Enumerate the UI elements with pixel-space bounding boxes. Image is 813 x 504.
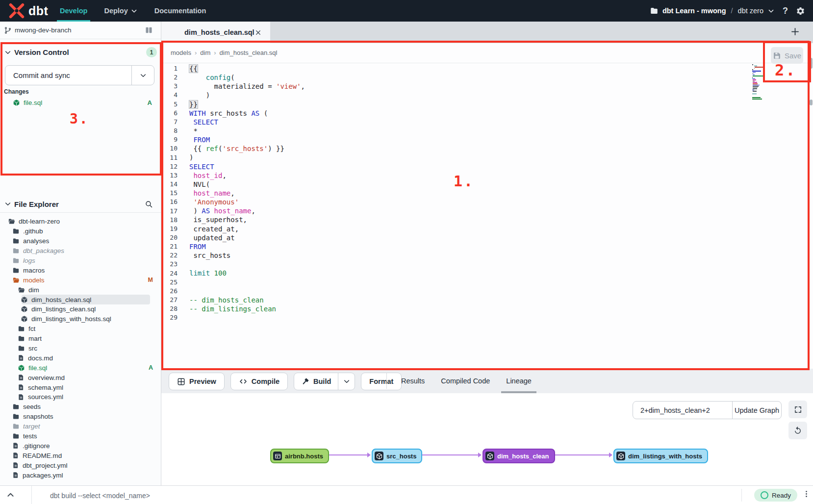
file-tree-item[interactable]: .gitignore	[0, 441, 161, 451]
file-tree-item[interactable]: modelsM	[0, 275, 161, 285]
split-view-icon[interactable]	[145, 26, 153, 34]
command-input[interactable]	[49, 489, 728, 503]
project-switcher[interactable]: dbt Learn - mwong / dbt zero	[650, 6, 775, 15]
code-line[interactable]: )	[189, 91, 305, 100]
compile-button[interactable]: Compile	[230, 373, 288, 390]
code-line[interactable]: materialized = 'view',	[189, 82, 305, 91]
code-token[interactable]: host_name	[193, 189, 230, 197]
tab-close-icon[interactable]	[254, 29, 262, 36]
search-icon[interactable]	[145, 200, 153, 208]
commit-and-sync-button[interactable]: Commit and sync	[5, 65, 154, 85]
code-token[interactable]: {{	[189, 65, 198, 73]
code-line[interactable]: ) AS host_name,	[189, 206, 305, 215]
code-line[interactable]: )	[189, 153, 305, 162]
file-tree-item[interactable]: logs	[0, 256, 161, 266]
breadcrumb-item-file[interactable]: dim_hosts_clean.sql	[220, 49, 278, 56]
code-token[interactable]: ref	[206, 145, 218, 152]
code-token[interactable]	[210, 269, 214, 277]
file-tree-item[interactable]: tests	[0, 431, 161, 441]
code-line[interactable]: limit 100	[189, 269, 305, 277]
file-explorer-header[interactable]: File Explorer	[0, 196, 161, 213]
code-token[interactable]: host_name	[214, 207, 252, 215]
code-token[interactable]: materialized =	[189, 82, 276, 90]
nav-item-deploy[interactable]: Deploy	[104, 0, 137, 22]
version-control-header[interactable]: Version Control 1	[4, 47, 157, 57]
code-token[interactable]: -- dim_listings_clean	[189, 305, 276, 313]
code-token[interactable]: src_hosts	[206, 109, 252, 117]
tab-compiled-code[interactable]: Compiled Code	[441, 369, 490, 393]
code-line[interactable]: {{ ref('src_hosts') }}	[189, 144, 305, 153]
code-line[interactable]: src_hosts	[189, 251, 305, 260]
code-token[interactable]: ,	[230, 189, 234, 197]
code-token[interactable]: 'src_hosts'	[222, 145, 268, 152]
code-line[interactable]: {{	[189, 64, 305, 73]
code-line[interactable]: 'Anonymous'	[189, 198, 305, 206]
code-token[interactable]: FROM	[193, 136, 210, 144]
file-tree-item[interactable]: README.md	[0, 451, 161, 460]
file-tree-item[interactable]: mart	[0, 334, 161, 344]
code-line[interactable]: }}	[189, 100, 305, 109]
settings-gear-icon[interactable]	[796, 6, 805, 16]
scrollbar-thumb[interactable]	[810, 100, 813, 105]
file-tree-item[interactable]: file.sqlA	[0, 363, 161, 373]
lineage-node[interactable]: src_hosts	[372, 449, 422, 463]
code-line[interactable]: FROM	[189, 242, 305, 251]
breadcrumb-item-dim[interactable]: dim	[200, 49, 210, 56]
code-line[interactable]: created_at,	[189, 225, 305, 233]
code-line[interactable]: NVL(	[189, 180, 305, 189]
code-line[interactable]: WITH src_hosts AS (	[189, 109, 305, 118]
code-line[interactable]: config(	[189, 73, 305, 82]
code-token[interactable]: }}	[189, 101, 198, 108]
code-token[interactable]: WITH	[189, 109, 206, 117]
file-tree-item[interactable]: packages.yml	[0, 470, 161, 480]
code-editor[interactable]: {{ config( materialized = 'view', )}}WIT…	[189, 64, 305, 322]
file-tree-item[interactable]: .github	[0, 227, 161, 236]
code-token[interactable]	[189, 74, 206, 81]
file-tree-item[interactable]: sources.yml	[0, 392, 161, 402]
code-line[interactable]: host_id,	[189, 171, 305, 180]
code-token[interactable]: ,	[301, 82, 305, 90]
file-tree-item[interactable]: dbt-learn-zero	[0, 217, 161, 227]
reset-graph-button[interactable]	[788, 422, 807, 439]
code-token[interactable]: host_id	[193, 172, 222, 179]
code-token[interactable]: src_hosts	[189, 252, 230, 259]
code-token[interactable]: 'view'	[276, 82, 301, 90]
file-tree-item[interactable]: src	[0, 344, 161, 353]
code-line[interactable]: FROM	[189, 135, 305, 144]
preview-button[interactable]: Preview	[169, 373, 225, 390]
code-token[interactable]: limit	[189, 269, 210, 277]
file-tree-item[interactable]: macros	[0, 265, 161, 275]
file-tree-item[interactable]: schema.yml	[0, 382, 161, 392]
nav-item-documentation[interactable]: Documentation	[154, 0, 206, 22]
commit-options-button[interactable]	[131, 66, 154, 85]
code-token[interactable]: AS	[202, 207, 210, 215]
code-token[interactable]: NVL(	[189, 180, 210, 188]
code-line[interactable]: SELECT	[189, 162, 305, 171]
code-line[interactable]	[189, 313, 305, 322]
chevron-up-icon[interactable]	[6, 490, 15, 500]
code-line[interactable]	[189, 277, 305, 286]
lineage-node[interactable]: dim_listings_with_hosts	[613, 449, 708, 463]
format-button[interactable]: Format	[361, 373, 402, 390]
file-tree-item[interactable]: dim_listings_with_hosts.sql	[0, 314, 161, 324]
build-options-button[interactable]	[338, 373, 355, 390]
code-line[interactable]: updated_at	[189, 233, 305, 242]
code-line[interactable]: -- dim_listings_clean	[189, 304, 305, 313]
code-token[interactable]: AS	[251, 109, 259, 117]
code-token[interactable]: )	[189, 91, 210, 99]
kebab-menu-icon[interactable]	[802, 490, 811, 498]
file-tree-item[interactable]: dim_hosts_clean.sql	[0, 295, 161, 304]
file-tree-item[interactable]: seeds	[0, 402, 161, 412]
help-button[interactable]: ?	[783, 6, 788, 16]
code-token[interactable]: updated_at	[189, 234, 235, 242]
code-token[interactable]: ,	[222, 172, 226, 179]
branch-selector[interactable]: mwong-dev-branch	[0, 22, 161, 39]
new-tab-plus-icon[interactable]	[790, 26, 800, 37]
code-token[interactable]: is_superhost,	[189, 216, 247, 224]
code-token[interactable]: -- dim_hosts_clean	[189, 296, 264, 304]
code-line[interactable]: *	[189, 126, 305, 135]
file-tree-item[interactable]: target	[0, 422, 161, 431]
lineage-node[interactable]: dim_hosts_clean	[483, 449, 555, 463]
build-button[interactable]: Build	[294, 373, 338, 390]
file-tree-item[interactable]: analyses	[0, 236, 161, 246]
